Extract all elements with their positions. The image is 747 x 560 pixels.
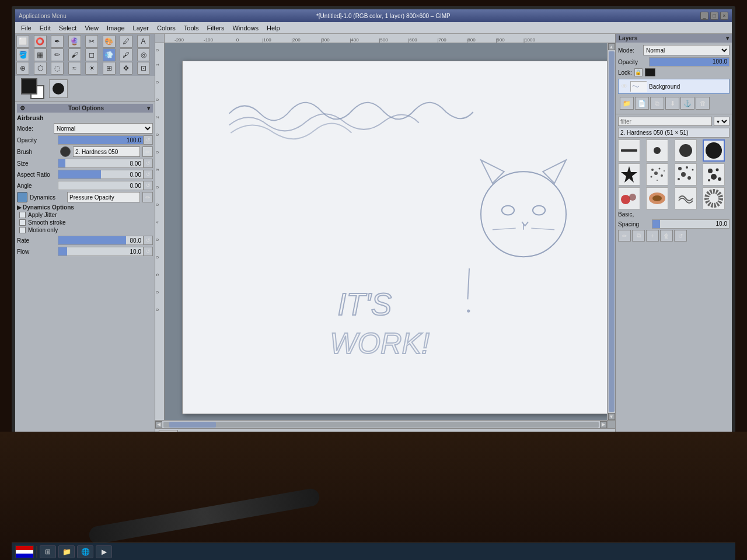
layers-mode-select[interactable]: Normal — [643, 45, 729, 55]
layer-visibility-button[interactable]: 👁 — [621, 82, 628, 90]
menu-edit[interactable]: Edit — [36, 24, 54, 32]
duplicate-layer-button[interactable]: ⧉ — [650, 97, 664, 110]
angle-slider[interactable]: 0.00 — [58, 181, 144, 190]
tool-eraser[interactable]: ◻ — [85, 48, 98, 61]
brush-cell-scatter-1[interactable] — [646, 163, 668, 186]
tool-align[interactable]: ⊞ — [103, 62, 116, 75]
scrollbar-down-button[interactable]: ▼ — [608, 413, 615, 420]
background-layer[interactable]: 👁 Background — [618, 79, 729, 94]
brush-cell-texture-4[interactable] — [703, 187, 725, 209]
tool-rect-select[interactable]: ⬜ — [16, 35, 29, 48]
tool-scissors[interactable]: ✂ — [85, 35, 98, 48]
tool-free-select[interactable]: ✒ — [51, 35, 64, 48]
tool-paths[interactable]: 🖊 — [120, 35, 132, 48]
anchor-layer-button[interactable]: ⚓ — [680, 97, 694, 110]
angle-reset[interactable]: ↺ — [144, 181, 153, 190]
lock-pixels-button[interactable]: 🔒 — [634, 68, 643, 76]
tool-clone[interactable]: ◎ — [137, 48, 150, 61]
new-layer-group-button[interactable]: 📁 — [620, 97, 634, 110]
brush-cell-texture-1[interactable] — [618, 187, 640, 209]
tool-bucket-fill[interactable]: 🪣 — [16, 48, 29, 61]
tool-crop[interactable]: ⊡ — [137, 62, 150, 75]
menu-file[interactable]: File — [18, 24, 35, 32]
brush-duplicate-button[interactable]: ⧉ — [632, 230, 645, 242]
smooth-stroke-checkbox[interactable] — [19, 219, 26, 226]
flow-reset[interactable]: ↺ — [144, 247, 153, 256]
new-layer-button[interactable]: 📄 — [635, 97, 649, 110]
brush-filter-input[interactable] — [618, 117, 712, 126]
menu-windows[interactable]: Windows — [229, 24, 262, 32]
minimize-button[interactable]: _ — [700, 12, 708, 20]
close-button[interactable]: × — [720, 12, 728, 20]
rate-slider[interactable]: 80.0 — [58, 236, 144, 245]
horizontal-scrollbar-thumb[interactable] — [169, 422, 216, 428]
tool-by-color[interactable]: 🎨 — [103, 35, 116, 48]
apply-jitter-checkbox[interactable] — [19, 212, 26, 218]
tool-pencil[interactable]: ✏ — [51, 48, 64, 61]
aspect-slider[interactable]: 0.00 — [58, 170, 144, 179]
brush-cell-scatter-2[interactable] — [675, 163, 697, 186]
brush-cell-texture-3[interactable] — [675, 187, 697, 209]
menu-view[interactable]: View — [81, 24, 102, 32]
tool-perspective-clone[interactable]: ⬡ — [34, 62, 47, 75]
opacity-reset[interactable]: ↺ — [144, 135, 153, 145]
taskbar-browser-button[interactable]: 🌐 — [77, 545, 93, 558]
maximize-button[interactable]: □ — [710, 12, 718, 20]
brush-refresh-button[interactable]: ↺ — [674, 230, 687, 242]
merge-down-button[interactable]: ⬇ — [665, 97, 679, 110]
brush-cell-star[interactable] — [618, 163, 640, 186]
scrollbar-up-button[interactable]: ▲ — [608, 43, 615, 50]
aspect-reset[interactable]: ↺ — [144, 170, 153, 179]
tool-text[interactable]: A — [137, 35, 150, 48]
tool-ink[interactable]: 🖋 — [120, 48, 132, 61]
tool-move[interactable]: ✥ — [120, 62, 132, 75]
menu-colors[interactable]: Colors — [153, 24, 179, 32]
canvas-drawing[interactable]: IT'S WORK! — [182, 61, 609, 414]
brush-cell-medium-dot[interactable] — [675, 139, 697, 162]
tool-fuzzy-select[interactable]: 🔮 — [68, 35, 81, 48]
brush-edit-button[interactable]: ✏ — [142, 146, 153, 157]
brush-new-button[interactable]: + — [646, 230, 659, 242]
tool-airbrush[interactable]: 💨 — [103, 48, 116, 61]
tool-smudge[interactable]: ≈ — [68, 62, 81, 75]
brush-edit-tool-button[interactable]: ✏ — [618, 230, 631, 242]
dynamics-edit-button[interactable]: ✏ — [142, 192, 153, 202]
mode-select[interactable]: Normal — [54, 123, 153, 134]
horizontal-scrollbar[interactable]: ◀ ▶ — [155, 420, 615, 428]
tool-dodge-burn[interactable]: ☀ — [85, 62, 98, 75]
dynamics-value[interactable]: Pressure Opacity — [67, 192, 140, 202]
layers-opacity-slider[interactable]: 100.0 — [649, 57, 729, 66]
tool-blend[interactable]: ▦ — [34, 48, 47, 61]
brush-cell-texture-2[interactable] — [646, 187, 668, 209]
tool-heal[interactable]: ⊕ — [16, 62, 29, 75]
vertical-scrollbar-thumb[interactable] — [609, 51, 615, 412]
scrollbar-right-button[interactable]: ▶ — [600, 421, 607, 428]
menu-tools[interactable]: Tools — [180, 24, 203, 32]
menu-filters[interactable]: Filters — [204, 24, 228, 32]
menu-layer[interactable]: Layer — [130, 24, 153, 32]
tool-paintbrush[interactable]: 🖌 — [68, 48, 81, 61]
brush-cell-small-dot[interactable] — [646, 139, 668, 162]
brush-delete-button[interactable]: 🗑 — [660, 230, 673, 242]
rate-reset[interactable]: ↺ — [144, 236, 153, 245]
scrollbar-left-button[interactable]: ◀ — [155, 421, 162, 428]
spacing-slider[interactable]: 10.0 — [652, 219, 729, 229]
taskbar-media-button[interactable]: ▶ — [96, 545, 112, 558]
opacity-slider[interactable]: 100.0 — [58, 135, 144, 145]
brush-cell-hard-line[interactable] — [618, 139, 640, 162]
brush-cell-scatter-3[interactable] — [703, 163, 725, 186]
size-reset[interactable]: ↺ — [144, 159, 153, 168]
size-slider[interactable]: 8.00 — [58, 159, 144, 168]
foreground-color[interactable] — [21, 78, 37, 94]
canvas-scroll[interactable]: IT'S WORK! ▲ — [165, 43, 615, 420]
tool-options-menu[interactable]: ▾ — [147, 105, 150, 111]
taskbar-terminal-button[interactable]: ⊞ — [40, 545, 56, 558]
menu-select[interactable]: Select — [55, 24, 81, 32]
vertical-scrollbar[interactable]: ▲ ▼ — [607, 43, 615, 420]
dynamics-options-header[interactable]: ▶ Dynamics Options — [17, 204, 153, 211]
brush-cell-large-dot[interactable] — [703, 139, 725, 162]
tool-blur[interactable]: ◌ — [51, 62, 64, 75]
brush-filter-select[interactable]: ▾ — [714, 117, 729, 126]
motion-only-checkbox[interactable] — [19, 227, 26, 233]
flow-slider[interactable]: 10.0 — [58, 247, 144, 256]
